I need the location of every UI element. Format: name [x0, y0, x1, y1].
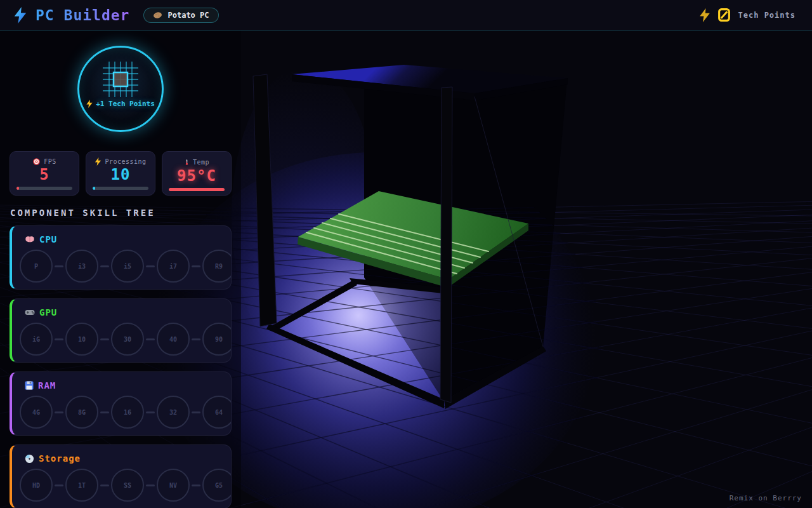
- skill-node[interactable]: SS: [111, 469, 144, 502]
- stat-card-processing: Processing 10: [86, 151, 155, 196]
- stat-label: FPS: [44, 158, 56, 165]
- skill-card-gpu: GPU iG 10 30 40 90: [10, 298, 232, 363]
- node-connector: [55, 485, 63, 486]
- skill-card-ram: RAM 4G 8G 16 32 64: [10, 371, 232, 436]
- stat-value: 5: [10, 166, 79, 183]
- node-connector: [146, 411, 155, 413]
- cpu-chip-icon: [103, 62, 138, 97]
- skill-card-title: RAM: [38, 380, 56, 391]
- processing-bolt-icon: [95, 157, 102, 166]
- skill-node[interactable]: G5: [202, 469, 232, 502]
- build-name-badge: Potato PC: [143, 8, 218, 23]
- skill-nodes: HD 1T SS NV G5: [20, 469, 231, 502]
- reward-label: +1 Tech Points: [96, 100, 155, 108]
- node-connector: [146, 338, 155, 340]
- skill-node[interactable]: 32: [157, 396, 190, 429]
- skill-card-title: Storage: [39, 453, 81, 464]
- skill-node[interactable]: 30: [111, 323, 144, 356]
- node-connector: [100, 265, 109, 267]
- node-connector: [55, 338, 63, 340]
- app-title: PC Builder: [36, 7, 129, 23]
- node-connector: [192, 338, 200, 340]
- node-connector: [192, 411, 200, 413]
- skill-node[interactable]: 64: [202, 396, 232, 429]
- sidebar: +1 Tech Points FPS 5: [0, 30, 241, 508]
- stat-card-fps: FPS 5: [10, 151, 79, 196]
- stat-progress-fill: [169, 188, 225, 191]
- stat-label: Temp: [193, 159, 209, 166]
- stat-progress-track: [93, 187, 148, 190]
- cd-icon: [25, 454, 34, 464]
- stat-card-temp: Temp 95°C: [162, 151, 232, 196]
- node-connector: [100, 485, 109, 486]
- node-connector: [146, 485, 155, 486]
- node-connector: [100, 411, 109, 413]
- tech-point-reward-button[interactable]: +1 Tech Points: [77, 46, 164, 132]
- skill-node[interactable]: R9: [202, 250, 232, 283]
- skill-card-cpu: CPU P i3 i5 i7 R9: [10, 225, 232, 290]
- node-connector: [192, 485, 200, 486]
- target-icon: [32, 157, 41, 166]
- tech-points-label: Tech Points: [738, 11, 796, 20]
- node-connector: [192, 265, 200, 267]
- skill-node[interactable]: 40: [157, 323, 190, 356]
- stat-progress-fill: [16, 187, 19, 190]
- top-bar: PC Builder Potato PC Tech Points: [0, 0, 812, 30]
- gamepad-icon: [25, 309, 35, 316]
- tech-points-bolt-icon: [700, 8, 710, 22]
- case-front-pillar: [440, 87, 452, 403]
- stat-label: Processing: [105, 158, 146, 165]
- pc-builder-app: Remix on Berrry PC Builder Potato PC: [0, 0, 812, 508]
- node-connector: [55, 411, 63, 413]
- skill-node[interactable]: 10: [65, 323, 98, 356]
- skill-nodes: iG 10 30 40 90: [20, 323, 231, 356]
- skill-node[interactable]: NV: [157, 469, 190, 502]
- node-connector: [100, 338, 109, 340]
- app-logo-bolt-icon: [14, 7, 27, 23]
- skill-card-title: GPU: [39, 307, 57, 318]
- skill-node[interactable]: 90: [202, 323, 232, 356]
- stat-progress-fill: [93, 187, 95, 190]
- skill-nodes: 4G 8G 16 32 64: [20, 396, 231, 429]
- skill-node[interactable]: P: [20, 250, 53, 283]
- stat-progress-track: [169, 188, 225, 191]
- skill-card-storage: Storage HD 1T SS NV G5: [10, 444, 232, 508]
- skill-node[interactable]: 16: [111, 396, 144, 429]
- skill-node[interactable]: i3: [65, 250, 98, 283]
- stat-progress-track: [16, 187, 72, 190]
- stats-row: FPS 5 Processing 10: [10, 151, 232, 196]
- skill-node[interactable]: HD: [20, 469, 53, 502]
- build-name-label: Potato PC: [167, 11, 209, 20]
- skill-node[interactable]: iG: [20, 323, 53, 356]
- skill-node[interactable]: 8G: [65, 396, 98, 429]
- potato-icon: [153, 11, 162, 19]
- skill-nodes: P i3 i5 i7 R9: [20, 250, 231, 283]
- thermometer-icon: [184, 157, 190, 167]
- tech-points-zero-icon: [717, 8, 731, 22]
- brain-icon: [25, 236, 35, 244]
- reward-bolt-icon: [86, 100, 93, 108]
- stat-value: 95°C: [162, 168, 231, 184]
- skill-node[interactable]: i5: [111, 250, 144, 283]
- tech-points-counter: Tech Points: [700, 8, 796, 22]
- stat-value: 10: [86, 166, 155, 183]
- floppy-icon: [25, 381, 34, 390]
- remix-watermark[interactable]: Remix on Berrry: [730, 494, 802, 502]
- skill-tree-heading: COMPONENT SKILL TREE: [10, 208, 155, 218]
- node-connector: [146, 265, 155, 267]
- node-connector: [55, 265, 63, 267]
- skill-node[interactable]: 4G: [20, 396, 53, 429]
- skill-node[interactable]: i7: [157, 250, 190, 283]
- reward-label-row: +1 Tech Points: [86, 100, 155, 108]
- skill-node[interactable]: 1T: [65, 469, 98, 502]
- skill-card-title: CPU: [39, 234, 57, 244]
